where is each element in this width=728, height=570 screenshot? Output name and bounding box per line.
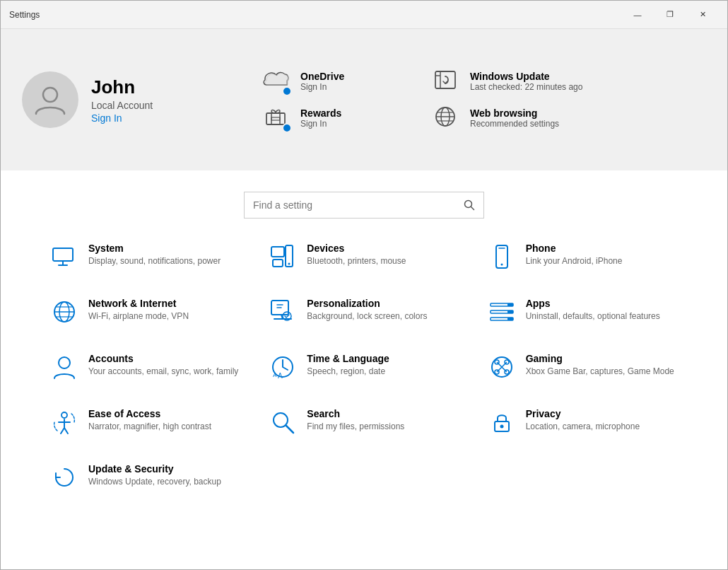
ease-desc: Narrator, magnifier, high contrast <box>88 421 211 433</box>
search-title: Search <box>307 408 404 419</box>
accounts-title: Accounts <box>88 353 238 364</box>
svg-text:A: A <box>273 372 277 378</box>
devices-text: Devices Bluetooth, printers, mouse <box>307 243 406 267</box>
personalization-text: Personalization Background, lock screen,… <box>307 298 427 322</box>
gaming-text: Gaming Xbox Game Bar, captures, Game Mod… <box>526 353 674 378</box>
svg-point-14 <box>500 264 503 266</box>
onedrive-name: OneDrive <box>300 71 344 82</box>
devices-desc: Bluetooth, printers, mouse <box>307 255 406 267</box>
service-windows-update[interactable]: Windows Update Last checked: 22 minutes … <box>432 66 582 96</box>
time-text: Time & Language Speech, region, date <box>307 353 389 378</box>
svg-rect-24 <box>507 318 513 320</box>
setting-apps[interactable]: Apps Uninstall, defaults, optional featu… <box>481 288 685 336</box>
phone-title: Phone <box>526 243 623 254</box>
apps-text: Apps Uninstall, defaults, optional featu… <box>526 298 660 322</box>
svg-point-11 <box>288 263 290 265</box>
setting-ease[interactable]: Ease of Access Narrator, magnifier, high… <box>43 398 247 446</box>
main-content: System Display, sound, notifications, po… <box>1 170 727 570</box>
rewards-text: Rewards Sign In <box>300 107 341 129</box>
svg-point-25 <box>59 357 70 368</box>
windows-update-text: Windows Update Last checked: 22 minutes … <box>470 71 582 92</box>
svg-rect-23 <box>507 310 513 313</box>
setting-update[interactable]: Update & Security Windows Update, recove… <box>43 453 247 501</box>
update-desc: Windows Update, recovery, backup <box>88 476 221 488</box>
update-text: Update & Security Windows Update, recove… <box>88 463 221 488</box>
search-input[interactable] <box>253 199 464 211</box>
update-title: Update & Security <box>88 463 221 475</box>
service-onedrive[interactable]: OneDrive Sign In <box>262 66 404 96</box>
network-icon <box>50 298 78 326</box>
rewards-status-dot <box>282 123 292 133</box>
account-info: John Local Account Sign In <box>91 76 153 124</box>
ease-icon <box>50 408 78 436</box>
window-controls: — ❐ ✕ <box>621 4 719 25</box>
titlebar: Settings — ❐ ✕ <box>1 1 727 29</box>
setting-phone[interactable]: Phone Link your Android, iPhone <box>481 233 685 281</box>
search-area <box>1 170 727 233</box>
minimize-button[interactable]: — <box>621 4 654 25</box>
setting-accounts[interactable]: Accounts Your accounts, email, sync, wor… <box>43 343 247 391</box>
setting-time[interactable]: A A Time & Language Speech, region, date <box>262 343 466 391</box>
personalization-title: Personalization <box>307 298 427 309</box>
search-box <box>244 192 484 219</box>
devices-title: Devices <box>307 243 406 254</box>
system-desc: Display, sound, notifications, power <box>88 255 221 267</box>
time-title: Time & Language <box>307 353 389 364</box>
apps-icon <box>488 298 516 326</box>
time-desc: Speech, region, date <box>307 366 389 378</box>
svg-line-36 <box>286 426 293 433</box>
svg-rect-2 <box>266 113 285 124</box>
svg-rect-1 <box>435 71 455 88</box>
svg-text:A: A <box>278 372 283 380</box>
accounts-icon <box>50 353 78 381</box>
setting-search[interactable]: Search Find my files, permissions <box>262 398 466 446</box>
system-title: System <box>88 243 221 254</box>
search-setting-icon <box>269 408 297 436</box>
windows-update-icon-wrap <box>432 66 462 96</box>
rewards-icon-wrap <box>262 103 292 133</box>
svg-point-38 <box>500 425 503 429</box>
svg-rect-12 <box>273 260 283 267</box>
setting-devices[interactable]: Devices Bluetooth, printers, mouse <box>262 233 466 281</box>
services-row-2: Rewards Sign In Web browsing <box>262 103 706 133</box>
privacy-icon <box>488 408 516 436</box>
web-browsing-sub: Recommended settings <box>470 119 559 129</box>
network-text: Network & Internet Wi-Fi, airplane mode,… <box>88 298 189 322</box>
accounts-text: Accounts Your accounts, email, sync, wor… <box>88 353 238 378</box>
svg-rect-9 <box>271 247 284 257</box>
onedrive-text: OneDrive Sign In <box>300 71 344 92</box>
search-button[interactable] <box>464 199 475 211</box>
gaming-icon <box>488 353 516 381</box>
windows-update-icon <box>432 66 459 93</box>
personalization-icon <box>269 298 297 326</box>
time-icon: A A <box>269 353 297 381</box>
search-desc: Find my files, permissions <box>307 421 404 433</box>
phone-icon <box>488 243 516 271</box>
windows-update-name: Windows Update <box>470 71 582 82</box>
setting-personalization[interactable]: Personalization Background, lock screen,… <box>262 288 466 336</box>
web-browsing-name: Web browsing <box>470 107 559 119</box>
svg-rect-22 <box>507 303 513 306</box>
setting-network[interactable]: Network & Internet Wi-Fi, airplane mode,… <box>43 288 247 336</box>
privacy-desc: Location, camera, microphone <box>526 421 640 433</box>
personalization-desc: Background, lock screen, colors <box>307 310 427 322</box>
app-title: Settings <box>9 10 40 20</box>
setting-gaming[interactable]: Gaming Xbox Game Bar, captures, Game Mod… <box>481 343 685 391</box>
network-title: Network & Internet <box>88 298 189 309</box>
service-web-browsing[interactable]: Web browsing Recommended settings <box>432 103 573 133</box>
account-signin-link[interactable]: Sign In <box>91 112 153 124</box>
network-desc: Wi-Fi, airplane mode, VPN <box>88 310 189 322</box>
update-icon <box>50 463 78 492</box>
privacy-text: Privacy Location, camera, microphone <box>526 408 640 433</box>
close-button[interactable]: ✕ <box>686 4 719 25</box>
service-rewards[interactable]: Rewards Sign In <box>262 103 404 133</box>
search-icon <box>464 199 475 211</box>
apps-title: Apps <box>526 298 660 309</box>
setting-system[interactable]: System Display, sound, notifications, po… <box>43 233 247 281</box>
setting-privacy[interactable]: Privacy Location, camera, microphone <box>481 398 685 446</box>
account-name: John <box>91 76 153 98</box>
system-text: System Display, sound, notifications, po… <box>88 243 221 267</box>
privacy-title: Privacy <box>526 408 640 419</box>
maximize-button[interactable]: ❐ <box>654 4 686 25</box>
onedrive-sub: Sign In <box>300 82 344 92</box>
